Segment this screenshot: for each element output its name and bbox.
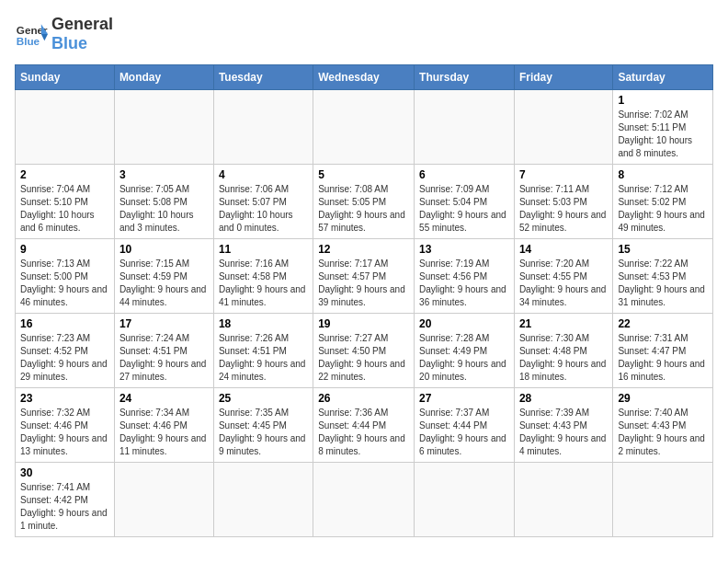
day-cell: 26Sunrise: 7:36 AM Sunset: 4:44 PM Dayli… [313, 388, 415, 463]
day-cell: 11Sunrise: 7:16 AM Sunset: 4:58 PM Dayli… [213, 239, 313, 314]
day-cell: 19Sunrise: 7:27 AM Sunset: 4:50 PM Dayli… [313, 314, 415, 388]
day-info: Sunrise: 7:28 AM Sunset: 4:49 PM Dayligh… [419, 332, 509, 384]
day-number: 25 [219, 392, 308, 405]
day-info: Sunrise: 7:11 AM Sunset: 5:03 PM Dayligh… [519, 183, 608, 235]
day-cell: 23Sunrise: 7:32 AM Sunset: 4:46 PM Dayli… [16, 388, 115, 463]
day-number: 13 [419, 243, 509, 256]
day-cell [313, 463, 415, 537]
day-header-friday: Friday [514, 65, 612, 90]
day-cell: 15Sunrise: 7:22 AM Sunset: 4:53 PM Dayli… [613, 239, 713, 314]
day-header-tuesday: Tuesday [213, 65, 313, 90]
day-header-sunday: Sunday [16, 65, 115, 90]
day-header-monday: Monday [114, 65, 213, 90]
day-cell: 25Sunrise: 7:35 AM Sunset: 4:45 PM Dayli… [213, 388, 313, 463]
day-cell [415, 463, 515, 537]
day-number: 30 [20, 466, 109, 479]
day-info: Sunrise: 7:39 AM Sunset: 4:43 PM Dayligh… [519, 407, 608, 458]
day-number: 2 [20, 168, 109, 181]
day-info: Sunrise: 7:22 AM Sunset: 4:53 PM Dayligh… [618, 258, 708, 309]
day-info: Sunrise: 7:34 AM Sunset: 4:46 PM Dayligh… [119, 407, 209, 458]
day-cell [213, 90, 313, 165]
day-info: Sunrise: 7:02 AM Sunset: 5:11 PM Dayligh… [618, 109, 708, 160]
day-info: Sunrise: 7:20 AM Sunset: 4:55 PM Dayligh… [519, 258, 608, 309]
day-cell [613, 463, 713, 537]
day-number: 3 [119, 168, 209, 181]
day-info: Sunrise: 7:12 AM Sunset: 5:02 PM Dayligh… [618, 183, 708, 235]
day-number: 5 [318, 168, 409, 181]
day-info: Sunrise: 7:08 AM Sunset: 5:05 PM Dayligh… [318, 183, 409, 235]
day-info: Sunrise: 7:35 AM Sunset: 4:45 PM Dayligh… [219, 407, 308, 458]
day-cell: 29Sunrise: 7:40 AM Sunset: 4:43 PM Dayli… [613, 388, 713, 463]
day-header-saturday: Saturday [613, 65, 713, 90]
day-header-wednesday: Wednesday [313, 65, 415, 90]
day-info: Sunrise: 7:31 AM Sunset: 4:47 PM Dayligh… [618, 332, 708, 384]
day-cell: 30Sunrise: 7:41 AM Sunset: 4:42 PM Dayli… [16, 463, 115, 537]
day-cell: 8Sunrise: 7:12 AM Sunset: 5:02 PM Daylig… [613, 165, 713, 239]
week-row-1: 2Sunrise: 7:04 AM Sunset: 5:10 PM Daylig… [16, 165, 713, 239]
day-cell [114, 90, 213, 165]
day-cell: 20Sunrise: 7:28 AM Sunset: 4:49 PM Dayli… [415, 314, 515, 388]
day-info: Sunrise: 7:40 AM Sunset: 4:43 PM Dayligh… [618, 407, 708, 458]
header: General Blue General Blue [15, 15, 713, 53]
day-number: 20 [419, 317, 509, 330]
day-number: 19 [318, 317, 409, 330]
day-number: 21 [519, 317, 608, 330]
day-cell [313, 90, 415, 165]
day-info: Sunrise: 7:15 AM Sunset: 4:59 PM Dayligh… [119, 258, 209, 309]
svg-text:Blue: Blue [17, 35, 40, 47]
week-row-3: 16Sunrise: 7:23 AM Sunset: 4:52 PM Dayli… [16, 314, 713, 388]
logo-blue: Blue [51, 34, 113, 53]
day-cell [514, 90, 612, 165]
day-cell: 14Sunrise: 7:20 AM Sunset: 4:55 PM Dayli… [514, 239, 612, 314]
day-cell: 1Sunrise: 7:02 AM Sunset: 5:11 PM Daylig… [613, 90, 713, 165]
day-info: Sunrise: 7:41 AM Sunset: 4:42 PM Dayligh… [20, 481, 109, 533]
week-row-0: 1Sunrise: 7:02 AM Sunset: 5:11 PM Daylig… [16, 90, 713, 165]
day-number: 1 [618, 94, 708, 107]
day-number: 23 [20, 392, 109, 405]
day-info: Sunrise: 7:30 AM Sunset: 4:48 PM Dayligh… [519, 332, 608, 384]
calendar: SundayMondayTuesdayWednesdayThursdayFrid… [15, 64, 713, 537]
day-cell: 22Sunrise: 7:31 AM Sunset: 4:47 PM Dayli… [613, 314, 713, 388]
day-cell [514, 463, 612, 537]
day-number: 28 [519, 392, 608, 405]
days-header-row: SundayMondayTuesdayWednesdayThursdayFrid… [16, 65, 713, 90]
day-info: Sunrise: 7:17 AM Sunset: 4:57 PM Dayligh… [318, 258, 409, 309]
logo-general: General [51, 15, 113, 34]
day-header-thursday: Thursday [415, 65, 515, 90]
day-info: Sunrise: 7:27 AM Sunset: 4:50 PM Dayligh… [318, 332, 409, 384]
day-cell: 27Sunrise: 7:37 AM Sunset: 4:44 PM Dayli… [415, 388, 515, 463]
day-number: 9 [20, 243, 109, 256]
day-info: Sunrise: 7:06 AM Sunset: 5:07 PM Dayligh… [219, 183, 308, 235]
week-row-5: 30Sunrise: 7:41 AM Sunset: 4:42 PM Dayli… [16, 463, 713, 537]
day-number: 26 [318, 392, 409, 405]
day-cell: 28Sunrise: 7:39 AM Sunset: 4:43 PM Dayli… [514, 388, 612, 463]
day-cell: 2Sunrise: 7:04 AM Sunset: 5:10 PM Daylig… [16, 165, 115, 239]
day-info: Sunrise: 7:05 AM Sunset: 5:08 PM Dayligh… [119, 183, 209, 235]
day-number: 22 [618, 317, 708, 330]
day-cell: 21Sunrise: 7:30 AM Sunset: 4:48 PM Dayli… [514, 314, 612, 388]
day-cell: 4Sunrise: 7:06 AM Sunset: 5:07 PM Daylig… [213, 165, 313, 239]
day-info: Sunrise: 7:13 AM Sunset: 5:00 PM Dayligh… [20, 258, 109, 309]
day-info: Sunrise: 7:09 AM Sunset: 5:04 PM Dayligh… [419, 183, 509, 235]
day-cell [114, 463, 213, 537]
day-number: 12 [318, 243, 409, 256]
day-cell [213, 463, 313, 537]
day-cell: 9Sunrise: 7:13 AM Sunset: 5:00 PM Daylig… [16, 239, 115, 314]
day-number: 17 [119, 317, 209, 330]
day-number: 8 [618, 168, 708, 181]
day-info: Sunrise: 7:26 AM Sunset: 4:51 PM Dayligh… [219, 332, 308, 384]
day-number: 15 [618, 243, 708, 256]
day-number: 29 [618, 392, 708, 405]
day-cell: 13Sunrise: 7:19 AM Sunset: 4:56 PM Dayli… [415, 239, 515, 314]
day-info: Sunrise: 7:04 AM Sunset: 5:10 PM Dayligh… [20, 183, 109, 235]
day-cell: 3Sunrise: 7:05 AM Sunset: 5:08 PM Daylig… [114, 165, 213, 239]
svg-marker-3 [41, 34, 48, 40]
day-info: Sunrise: 7:24 AM Sunset: 4:51 PM Dayligh… [119, 332, 209, 384]
day-cell [16, 90, 115, 165]
day-number: 18 [219, 317, 308, 330]
day-info: Sunrise: 7:19 AM Sunset: 4:56 PM Dayligh… [419, 258, 509, 309]
day-info: Sunrise: 7:16 AM Sunset: 4:58 PM Dayligh… [219, 258, 308, 309]
day-cell: 24Sunrise: 7:34 AM Sunset: 4:46 PM Dayli… [114, 388, 213, 463]
logo: General Blue General Blue [15, 15, 113, 53]
day-number: 6 [419, 168, 509, 181]
